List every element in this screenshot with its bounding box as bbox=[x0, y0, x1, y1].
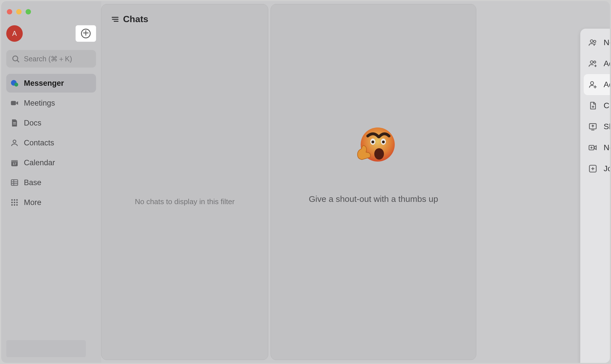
svg-point-32 bbox=[371, 141, 374, 143]
compose-button-container bbox=[76, 25, 96, 42]
avatar[interactable]: A bbox=[6, 25, 23, 42]
search-icon bbox=[11, 55, 20, 63]
chats-title: Chats bbox=[123, 14, 148, 24]
join-meeting-icon bbox=[588, 164, 597, 173]
main-empty-state: Give a shout-out with a thumbs up bbox=[271, 4, 476, 360]
avatar-initial: A bbox=[12, 30, 17, 37]
thumbs-up-emoji-icon bbox=[351, 126, 396, 163]
svg-rect-13 bbox=[11, 180, 18, 185]
close-window-button[interactable] bbox=[7, 9, 12, 14]
menu-item-new-group[interactable]: New Group bbox=[584, 32, 610, 53]
window-controls bbox=[7, 9, 31, 14]
svg-line-3 bbox=[17, 60, 19, 62]
menu-item-label: New Group bbox=[604, 38, 610, 47]
sidebar-item-messenger[interactable]: Messenger bbox=[6, 74, 96, 93]
menu-item-label: New Video Meeting bbox=[604, 143, 610, 152]
svg-point-18 bbox=[14, 199, 15, 201]
contacts-icon bbox=[10, 139, 19, 147]
create-docs-icon bbox=[588, 101, 597, 110]
svg-point-21 bbox=[14, 202, 15, 203]
svg-marker-29 bbox=[112, 18, 113, 20]
search-input[interactable]: Search (⌘＋K) bbox=[6, 50, 96, 68]
maximize-window-button[interactable] bbox=[26, 9, 31, 14]
svg-rect-8 bbox=[13, 124, 16, 124]
more-icon bbox=[10, 198, 19, 207]
menu-item-label: Create Docs bbox=[604, 101, 610, 110]
svg-point-22 bbox=[16, 202, 18, 203]
compose-dropdown: New Group Add Organization Member Add Ex… bbox=[580, 28, 610, 363]
calendar-icon: 17 bbox=[10, 158, 19, 167]
svg-point-9 bbox=[13, 140, 16, 143]
svg-point-37 bbox=[594, 40, 596, 43]
sidebar-item-base[interactable]: Base bbox=[6, 173, 96, 192]
svg-rect-7 bbox=[13, 122, 16, 123]
svg-point-17 bbox=[11, 199, 13, 201]
filter-icon bbox=[111, 15, 119, 23]
menu-item-label: Share Screen bbox=[604, 122, 610, 131]
svg-point-5 bbox=[14, 83, 18, 87]
add-contact-icon bbox=[588, 80, 597, 89]
nav-list: Messenger Meetings Docs Contacts bbox=[6, 74, 96, 212]
svg-point-34 bbox=[382, 141, 385, 143]
sidebar-footer bbox=[6, 340, 86, 357]
sidebar-item-meetings[interactable]: Meetings bbox=[6, 94, 96, 112]
sidebar-item-more[interactable]: More bbox=[6, 193, 96, 212]
svg-point-20 bbox=[11, 202, 13, 203]
video-icon bbox=[10, 99, 19, 107]
share-screen-icon bbox=[588, 122, 597, 131]
avatar-row: A bbox=[6, 25, 96, 42]
svg-point-42 bbox=[591, 81, 594, 85]
chats-header[interactable]: Chats bbox=[101, 14, 268, 24]
chats-empty-text: No chats to display in this filter bbox=[101, 197, 268, 206]
empty-state-text: Give a shout-out with a thumbs up bbox=[309, 194, 438, 204]
sidebar-item-contacts[interactable]: Contacts bbox=[6, 133, 96, 152]
nav-sidebar: A Search (⌘＋K) bbox=[1, 1, 101, 363]
sidebar-item-calendar[interactable]: 17 Calendar bbox=[6, 153, 96, 172]
docs-icon bbox=[10, 119, 19, 127]
menu-item-add-org-member[interactable]: Add Organization Member bbox=[584, 53, 610, 74]
base-icon bbox=[10, 178, 19, 187]
sidebar-item-label: More bbox=[24, 198, 41, 207]
menu-item-label: Add Organization Member bbox=[604, 59, 610, 68]
svg-point-23 bbox=[11, 204, 13, 206]
svg-rect-6 bbox=[11, 101, 16, 105]
svg-point-25 bbox=[16, 204, 18, 206]
menu-item-new-video-meeting[interactable]: New Video Meeting bbox=[584, 137, 610, 158]
menu-item-share-screen[interactable]: Share Screen bbox=[584, 116, 610, 137]
plus-icon bbox=[82, 29, 90, 38]
svg-text:17: 17 bbox=[13, 162, 16, 166]
menu-item-label: Join Video Meeting bbox=[604, 164, 610, 173]
add-member-icon bbox=[588, 59, 597, 68]
sidebar-item-label: Meetings bbox=[24, 99, 55, 108]
svg-point-36 bbox=[590, 40, 593, 42]
svg-point-35 bbox=[374, 148, 384, 160]
group-icon bbox=[588, 38, 597, 47]
chats-column: Chats No chats to display in this filter bbox=[101, 4, 268, 360]
new-video-icon bbox=[588, 143, 597, 152]
search-placeholder: Search (⌘＋K) bbox=[24, 54, 72, 64]
svg-point-24 bbox=[14, 204, 15, 206]
minimize-window-button[interactable] bbox=[16, 9, 22, 14]
menu-item-add-external-contact[interactable]: Add External Contact bbox=[584, 74, 610, 95]
sidebar-item-docs[interactable]: Docs bbox=[6, 114, 96, 132]
sidebar-item-label: Contacts bbox=[24, 139, 54, 147]
svg-point-38 bbox=[590, 61, 593, 63]
messenger-icon bbox=[10, 79, 19, 87]
menu-item-join-video-meeting[interactable]: Join Video Meeting bbox=[584, 158, 610, 179]
app-window: A Search (⌘＋K) bbox=[1, 1, 610, 363]
sidebar-item-label: Messenger bbox=[24, 79, 64, 88]
svg-point-19 bbox=[16, 199, 18, 201]
sidebar-item-label: Docs bbox=[24, 119, 41, 127]
menu-item-create-docs[interactable]: Create Docs bbox=[584, 95, 610, 116]
sidebar-item-label: Base bbox=[24, 178, 41, 187]
menu-item-label: Add External Contact bbox=[604, 80, 610, 89]
sidebar-item-label: Calendar bbox=[24, 158, 55, 167]
compose-button[interactable] bbox=[81, 29, 91, 38]
svg-point-39 bbox=[594, 61, 596, 63]
